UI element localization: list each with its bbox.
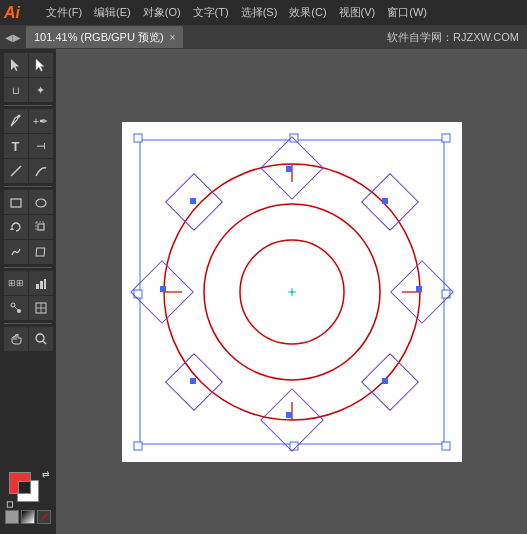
solid-color-button[interactable] <box>5 510 19 524</box>
mesh-tool[interactable] <box>29 296 53 320</box>
color-swatches[interactable]: ⇄ ◻ <box>7 470 49 508</box>
app-logo: Ai <box>4 4 32 22</box>
design-svg <box>122 122 462 462</box>
warp-tool[interactable] <box>4 240 28 264</box>
menu-window[interactable]: 窗口(W) <box>381 3 433 22</box>
symbol-tool[interactable]: ⊞⊞ <box>4 271 28 295</box>
svg-point-56 <box>290 290 293 293</box>
separator-2 <box>4 186 52 187</box>
swap-colors-button[interactable]: ⇄ <box>42 469 50 479</box>
select-tool[interactable] <box>4 53 28 77</box>
magic-wand-tool[interactable]: ✦ <box>29 78 53 102</box>
color-section: ⇄ ◻ <box>5 470 51 530</box>
menu-edit[interactable]: 编辑(E) <box>88 3 137 22</box>
svg-point-19 <box>36 334 44 342</box>
svg-rect-29 <box>442 442 450 450</box>
tool-row-line <box>0 159 56 183</box>
menu-select[interactable]: 选择(S) <box>235 3 284 22</box>
vertical-type-tool[interactable]: T <box>29 134 53 158</box>
svg-line-20 <box>43 341 46 344</box>
type-tool[interactable]: T <box>4 134 28 158</box>
tool-row-lasso: ⊔ ✦ <box>0 78 56 102</box>
svg-rect-4 <box>11 199 21 207</box>
menu-effect[interactable]: 效果(C) <box>283 3 332 22</box>
svg-rect-27 <box>134 442 142 450</box>
tab-label: 101.41% (RGB/GPU 预览) <box>34 30 164 45</box>
default-colors-button[interactable]: ◻ <box>6 499 13 509</box>
foreground-color-swatch[interactable] <box>9 472 31 494</box>
svg-rect-52 <box>160 286 166 292</box>
svg-rect-53 <box>190 198 196 204</box>
color-modes <box>5 510 51 524</box>
tool-row-nav <box>0 327 56 351</box>
separator-4 <box>4 323 52 324</box>
svg-line-15 <box>14 306 18 310</box>
tool-row-shape <box>0 190 56 214</box>
svg-rect-7 <box>38 224 44 230</box>
separator-3 <box>4 267 52 268</box>
svg-rect-10 <box>36 284 39 289</box>
arc-tool[interactable] <box>29 159 53 183</box>
svg-point-2 <box>17 115 20 118</box>
gradient-button[interactable] <box>21 510 35 524</box>
tool-row-select <box>0 53 56 77</box>
menu-file[interactable]: 文件(F) <box>40 3 88 22</box>
tool-row-rotate <box>0 215 56 239</box>
menu-text[interactable]: 文字(T) <box>187 3 235 22</box>
rotate-tool[interactable] <box>4 215 28 239</box>
tab-bar: ◀▶ 101.41% (RGB/GPU 预览) × 软件自学网：RJZXW.CO… <box>0 25 527 49</box>
tool-row-warp <box>0 240 56 264</box>
pen-tool[interactable] <box>4 109 28 133</box>
svg-rect-22 <box>134 134 142 142</box>
svg-rect-9 <box>36 248 45 256</box>
toolbar: ⊔ ✦ +✒ T T <box>0 49 56 534</box>
tool-row-pen: +✒ <box>0 109 56 133</box>
svg-line-3 <box>11 166 21 176</box>
line-tool[interactable] <box>4 159 28 183</box>
zoom-tool[interactable] <box>29 327 53 351</box>
svg-rect-49 <box>382 378 388 384</box>
blend-tool[interactable] <box>4 296 28 320</box>
tool-row-type: T T <box>0 134 56 158</box>
svg-rect-36 <box>361 353 418 410</box>
tab-expand-button[interactable]: ◀▶ <box>4 28 22 46</box>
svg-rect-34 <box>361 173 418 230</box>
column-graph-tool[interactable] <box>29 271 53 295</box>
svg-marker-0 <box>11 59 19 71</box>
ellipse-tool[interactable] <box>29 190 53 214</box>
separator-1 <box>4 105 52 106</box>
hand-tool[interactable] <box>4 327 28 351</box>
svg-rect-50 <box>286 412 292 418</box>
free-transform-tool[interactable] <box>29 240 53 264</box>
menu-object[interactable]: 对象(O) <box>137 3 187 22</box>
tab-close-button[interactable]: × <box>170 32 176 43</box>
svg-rect-11 <box>40 281 43 289</box>
scale-tool[interactable] <box>29 215 53 239</box>
tool-row-blend <box>0 296 56 320</box>
svg-marker-6 <box>10 227 14 230</box>
lasso-tool[interactable]: ⊔ <box>4 78 28 102</box>
none-button[interactable] <box>37 510 51 524</box>
tab-site-info: 软件自学网：RJZXW.COM <box>387 30 519 45</box>
rectangle-tool[interactable] <box>4 190 28 214</box>
add-anchor-tool[interactable]: +✒ <box>29 109 53 133</box>
svg-point-5 <box>36 199 46 207</box>
svg-rect-12 <box>44 279 46 289</box>
svg-rect-8 <box>36 222 44 230</box>
menu-bar: Ai 文件(F) 编辑(E) 对象(O) 文字(T) 选择(S) 效果(C) 视… <box>0 0 527 25</box>
tool-row-special: ⊞⊞ <box>0 271 56 295</box>
svg-rect-24 <box>442 134 450 142</box>
artboard <box>122 122 462 462</box>
svg-rect-47 <box>382 198 388 204</box>
menu-items: 文件(F) 编辑(E) 对象(O) 文字(T) 选择(S) 效果(C) 视图(V… <box>40 3 433 22</box>
svg-marker-1 <box>36 59 44 71</box>
document-tab[interactable]: 101.41% (RGB/GPU 预览) × <box>26 26 183 48</box>
svg-rect-48 <box>416 286 422 292</box>
svg-rect-51 <box>190 378 196 384</box>
canvas-area[interactable] <box>56 49 527 534</box>
direct-select-tool[interactable] <box>29 53 53 77</box>
main-area: ⊔ ✦ +✒ T T <box>0 49 527 534</box>
svg-rect-46 <box>286 166 292 172</box>
menu-view[interactable]: 视图(V) <box>333 3 382 22</box>
